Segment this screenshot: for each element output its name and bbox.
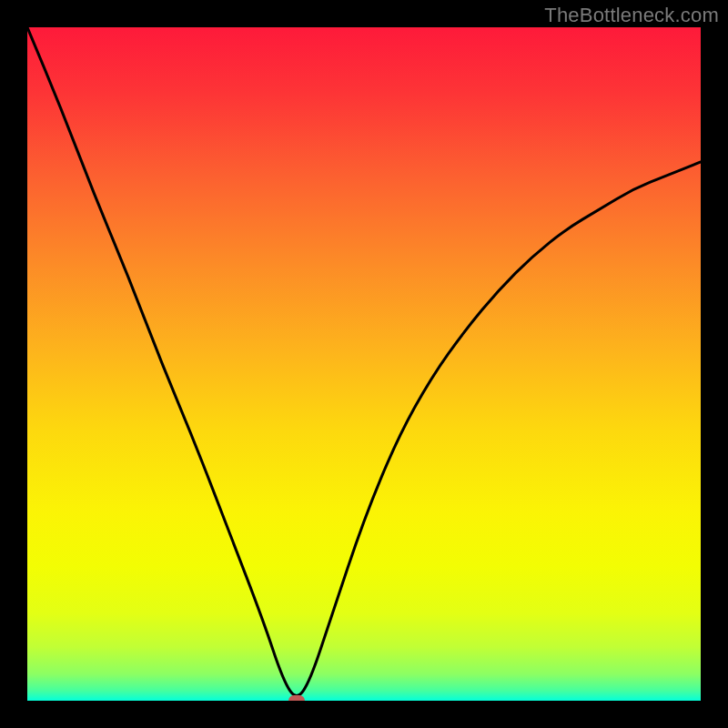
chart-frame: TheBottleneck.com (0, 0, 728, 728)
optimum-marker (288, 695, 305, 701)
bottleneck-curve (27, 27, 701, 701)
watermark-text: TheBottleneck.com (544, 4, 719, 27)
plot-area (27, 27, 701, 701)
